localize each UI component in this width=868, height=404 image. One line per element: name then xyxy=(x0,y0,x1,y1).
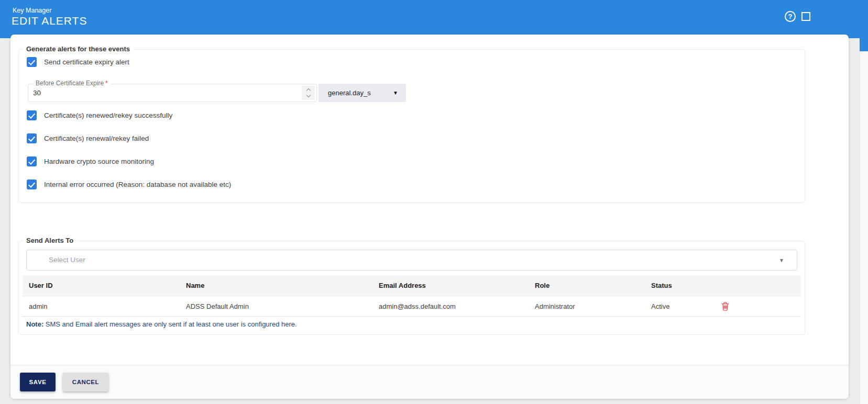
column-header: Name xyxy=(186,282,204,289)
help-icon[interactable]: ? xyxy=(785,11,796,22)
before-expire-field: Before Certificate Expire* xyxy=(28,84,317,102)
column-header: User ID xyxy=(29,282,53,289)
table-cell: admin@adss.default.com xyxy=(379,302,456,310)
footer-bar: SAVE CANCEL xyxy=(10,365,849,399)
unit-dropdown-value: general.day_s xyxy=(328,89,371,97)
maximize-icon[interactable] xyxy=(801,12,810,21)
delete-user-icon[interactable] xyxy=(721,302,730,311)
column-header: Status xyxy=(651,282,672,289)
send-alerts-legend: Send Alerts To xyxy=(23,237,76,244)
save-button[interactable]: SAVE xyxy=(20,373,56,391)
stepper-down-icon[interactable] xyxy=(306,93,310,97)
table-body: adminADSS Default Adminadmin@adss.defaul… xyxy=(23,297,801,317)
checkbox-row-renewed: Certificate(s) renewed/rekey successfull… xyxy=(27,110,172,120)
dropdown-caret-icon: ▼ xyxy=(779,257,784,263)
number-stepper[interactable] xyxy=(302,86,315,100)
table-cell: admin xyxy=(29,302,47,310)
hardware-checkbox[interactable] xyxy=(27,156,37,166)
checkbox-label: Internal error occurred (Reason: databas… xyxy=(44,181,231,188)
checkbox-row-internal-error: Internal error occurred (Reason: databas… xyxy=(27,179,231,189)
checkbox-row-failed: Certificate(s) renewal/rekey failed xyxy=(27,133,149,143)
column-header: Email Address xyxy=(379,282,426,289)
table-cell: Active xyxy=(651,302,669,310)
checkbox-label: Certificate(s) renewal/rekey failed xyxy=(44,134,149,142)
note-text: Note: SMS and Email alert messages are o… xyxy=(26,320,297,328)
header-icons: ? xyxy=(785,11,810,22)
before-expire-input[interactable] xyxy=(33,84,295,102)
cancel-button[interactable]: CANCEL xyxy=(63,373,108,391)
unit-dropdown[interactable]: general.day_s ▼ xyxy=(318,84,406,102)
breadcrumb: Key Manager xyxy=(13,7,51,14)
checkbox-label: Send certificate expiry alert xyxy=(44,58,129,66)
caret-down-icon: ▼ xyxy=(393,90,398,96)
stepper-up-icon[interactable] xyxy=(306,88,310,93)
app-header: Key Manager EDIT ALERTS ? xyxy=(0,0,868,38)
checkbox-label: Certificate(s) renewed/rekey successfull… xyxy=(44,111,172,119)
users-table: User IDNameEmail AddressRoleStatus admin… xyxy=(23,275,801,317)
scrollbar-header-stub xyxy=(860,38,868,51)
renewed-checkbox[interactable] xyxy=(27,110,37,120)
table-row: adminADSS Default Adminadmin@adss.defaul… xyxy=(23,297,801,317)
checkbox-row-hardware: Hardware crypto source monitoring xyxy=(27,156,154,166)
table-cell: ADSS Default Admin xyxy=(186,302,249,310)
table-header-row: User IDNameEmail AddressRoleStatus xyxy=(23,275,801,297)
checkbox-row-expiry: Send certificate expiry alert xyxy=(27,57,129,67)
column-header: Role xyxy=(535,282,550,289)
note-prefix: Note: xyxy=(26,320,43,328)
internal-error-checkbox[interactable] xyxy=(27,179,37,189)
table-cell: Administrator xyxy=(535,302,575,310)
edit-alerts-page: Key Manager EDIT ALERTS ? Generate alert… xyxy=(0,0,868,404)
checkbox-label: Hardware crypto source monitoring xyxy=(44,158,154,165)
expiry-checkbox[interactable] xyxy=(27,57,37,67)
events-legend: Generate alerts for these events xyxy=(23,45,133,53)
vertical-scrollbar[interactable] xyxy=(860,51,868,404)
content-card: Generate alerts for these events Send ce… xyxy=(10,35,849,399)
select-user-dropdown[interactable]: Select User ▼ xyxy=(26,250,797,271)
failed-checkbox[interactable] xyxy=(27,133,37,143)
select-user-placeholder: Select User xyxy=(49,256,85,264)
page-title: EDIT ALERTS xyxy=(12,15,87,27)
